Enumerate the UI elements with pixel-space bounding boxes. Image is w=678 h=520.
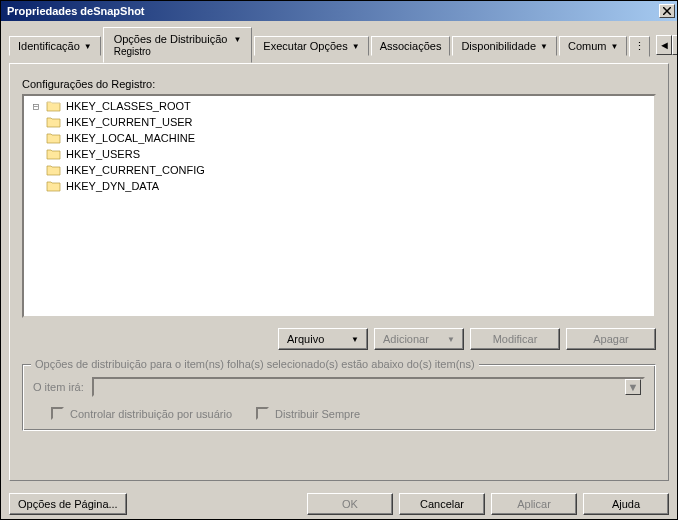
tab-label: Executar Opções xyxy=(263,40,347,52)
button-label: Modificar xyxy=(493,333,538,345)
tree-item-label: HKEY_LOCAL_MACHINE xyxy=(64,132,195,144)
action-buttons-row: Arquivo ▼ Adicionar ▼ Modificar Apagar xyxy=(22,328,656,350)
ajuda-button[interactable]: Ajuda xyxy=(583,493,669,515)
chevron-down-icon: ▼ xyxy=(540,42,548,51)
distribution-options-fieldset: Opções de distribuição para o item(ns) f… xyxy=(22,364,656,431)
tree-item-label: HKEY_CURRENT_USER xyxy=(64,116,193,128)
checkbox-icon xyxy=(256,407,269,420)
scroll-left-button[interactable]: ◄ xyxy=(656,35,672,55)
tab-label: Opções de Distribuição xyxy=(114,33,228,45)
checkbox-label: Controlar distribuição por usuário xyxy=(70,408,232,420)
tree-item[interactable]: HKEY_USERS xyxy=(26,146,652,162)
tab-scroll: ◄ ► xyxy=(656,35,678,55)
tree-item-label: HKEY_USERS xyxy=(64,148,140,160)
tree-item[interactable]: HKEY_CURRENT_USER xyxy=(26,114,652,130)
aplicar-button: Aplicar xyxy=(491,493,577,515)
chevron-down-icon: ▼ xyxy=(351,335,359,344)
tab-associacoes[interactable]: Associações xyxy=(371,36,451,56)
tree-expander xyxy=(28,132,44,145)
tree-item-label: HKEY_CLASSES_ROOT xyxy=(64,100,191,112)
item-ira-select: ▼ xyxy=(92,377,645,397)
tree-expander xyxy=(28,180,44,193)
tree-item-label: HKEY_CURRENT_CONFIG xyxy=(64,164,205,176)
tab-label: Identificação xyxy=(18,40,80,52)
tab-label: Associações xyxy=(380,40,442,52)
chevron-down-icon: ▼ xyxy=(447,335,455,344)
tab-distribuicao[interactable]: Opções de Distribuição ▼ Registro xyxy=(103,27,253,63)
modificar-button: Modificar xyxy=(470,328,560,350)
checkbox-icon xyxy=(51,407,64,420)
tab-executar[interactable]: Executar Opções ▼ xyxy=(254,36,368,56)
button-label: Arquivo xyxy=(287,333,324,345)
registry-config-label: Configurações do Registro: xyxy=(22,78,656,90)
button-label: Aplicar xyxy=(517,498,551,510)
chevron-down-icon: ▼ xyxy=(628,381,639,393)
tree-item[interactable]: HKEY_LOCAL_MACHINE xyxy=(26,130,652,146)
tree-expander xyxy=(28,116,44,129)
controlar-checkbox: Controlar distribuição por usuário xyxy=(51,407,232,420)
window-title: Propriedades deSnapShot xyxy=(3,5,145,17)
ok-button: OK xyxy=(307,493,393,515)
folder-icon xyxy=(46,99,62,113)
button-label: Ajuda xyxy=(612,498,640,510)
tab-label: ⋮ xyxy=(634,40,645,53)
button-label: Cancelar xyxy=(420,498,464,510)
tab-identificacao[interactable]: Identificação ▼ xyxy=(9,36,101,56)
chevron-down-icon: ▼ xyxy=(233,35,241,44)
titlebar: Propriedades deSnapShot xyxy=(1,1,677,21)
tab-comum[interactable]: Comum ▼ xyxy=(559,36,627,56)
checkbox-label: Distribuir Sempre xyxy=(275,408,360,420)
apagar-button: Apagar xyxy=(566,328,656,350)
tree-expander: ⊟ xyxy=(28,100,44,113)
folder-icon xyxy=(46,131,62,145)
arquivo-button[interactable]: Arquivo ▼ xyxy=(278,328,368,350)
tree-item[interactable]: HKEY_DYN_DATA xyxy=(26,178,652,194)
button-label: Opções de Página... xyxy=(18,498,118,510)
scroll-right-button[interactable]: ► xyxy=(672,35,678,55)
chevron-down-icon: ▼ xyxy=(352,42,360,51)
folder-icon xyxy=(46,179,62,193)
button-label: Apagar xyxy=(593,333,628,345)
tabs-row: Identificação ▼ Opções de Distribuição ▼… xyxy=(1,21,677,63)
tree-item-label: HKEY_DYN_DATA xyxy=(64,180,159,192)
close-icon xyxy=(663,7,671,15)
item-ira-label: O item irá: xyxy=(33,381,84,393)
opcoes-pagina-button[interactable]: Opções de Página... xyxy=(9,493,127,515)
chevron-down-icon: ▼ xyxy=(610,42,618,51)
folder-icon xyxy=(46,163,62,177)
registry-tree[interactable]: ⊟ HKEY_CLASSES_ROOT HKEY_CURRENT_USER HK… xyxy=(22,94,656,318)
tree-expander xyxy=(28,148,44,161)
cancelar-button[interactable]: Cancelar xyxy=(399,493,485,515)
chevron-down-icon: ▼ xyxy=(84,42,92,51)
fieldset-legend: Opções de distribuição para o item(ns) f… xyxy=(31,358,479,370)
tree-item[interactable]: ⊟ HKEY_CLASSES_ROOT xyxy=(26,98,652,114)
dialog-buttons-row: Opções de Página... OK Cancelar Aplicar … xyxy=(1,489,677,520)
tab-sublabel: Registro xyxy=(114,46,151,57)
distribuir-checkbox: Distribuir Sempre xyxy=(256,407,360,420)
close-button[interactable] xyxy=(659,4,675,18)
chevron-left-icon: ◄ xyxy=(659,39,670,51)
tab-overflow[interactable]: ⋮ xyxy=(629,36,650,57)
combo-dropdown-button: ▼ xyxy=(625,379,641,395)
tab-disponibilidade[interactable]: Disponibilidade ▼ xyxy=(452,36,557,56)
button-label: OK xyxy=(342,498,358,510)
button-label: Adicionar xyxy=(383,333,429,345)
folder-icon xyxy=(46,147,62,161)
tab-label: Comum xyxy=(568,40,607,52)
content-frame: Configurações do Registro: ⊟ HKEY_CLASSE… xyxy=(9,63,669,481)
tree-expander xyxy=(28,164,44,177)
adicionar-button: Adicionar ▼ xyxy=(374,328,464,350)
tab-label: Disponibilidade xyxy=(461,40,536,52)
folder-icon xyxy=(46,115,62,129)
tree-item[interactable]: HKEY_CURRENT_CONFIG xyxy=(26,162,652,178)
